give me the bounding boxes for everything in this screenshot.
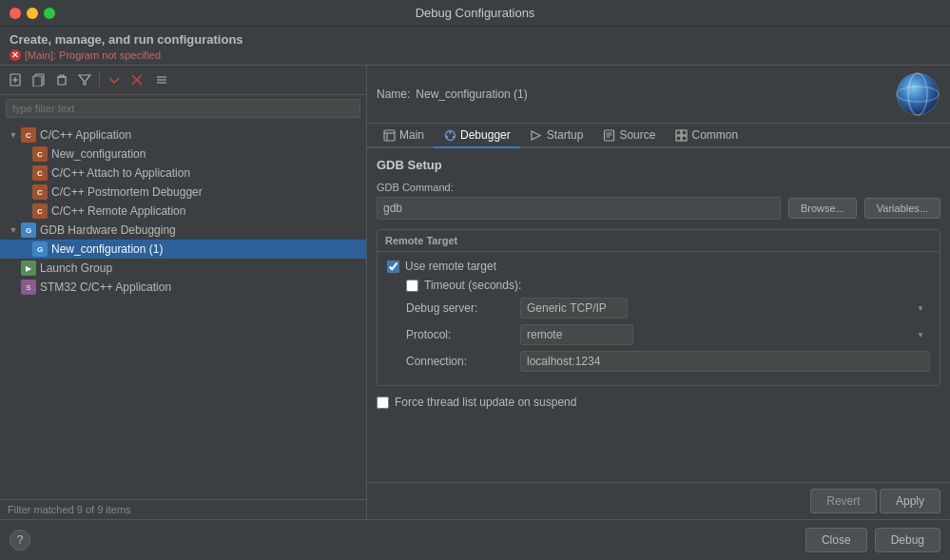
window-controls	[10, 8, 55, 19]
svg-point-21	[445, 135, 447, 137]
tab-common[interactable]: Common	[665, 124, 747, 148]
svg-rect-16	[384, 130, 395, 141]
name-label: Name:	[377, 87, 410, 101]
toolbar-separator	[99, 72, 100, 87]
tree-icon-stm: S	[21, 280, 36, 295]
header-bar: Create, manage, and run configurations ✕…	[0, 27, 950, 66]
timeout-label[interactable]: Timeout (seconds):	[424, 279, 521, 292]
gdb-command-group: GDB Command: Browse... Variables...	[377, 182, 940, 220]
config-content: GDB Setup GDB Command: Browse... Variabl…	[367, 148, 950, 482]
force-thread-label[interactable]: Force thread list update on suspend	[395, 396, 576, 409]
tab-source-label: Source	[619, 128, 655, 142]
minimize-window-button[interactable]	[27, 8, 38, 19]
tree-item-cpp-postmortem[interactable]: ▷ C C/C++ Postmortem Debugger	[0, 183, 366, 202]
main-tab-icon	[382, 128, 396, 142]
remote-target-header: Remote Target	[378, 230, 940, 252]
use-remote-label[interactable]: Use remote target	[405, 260, 496, 273]
svg-marker-6	[79, 75, 90, 85]
tree-icon-cpp: C	[21, 127, 36, 143]
tree-label-cpp-attach: C/C++ Attach to Application	[51, 166, 190, 180]
tab-main[interactable]: Main	[373, 124, 434, 148]
debug-button[interactable]: Debug	[875, 528, 940, 552]
tree-item-cpp-attach[interactable]: ▷ C C/C++ Attach to Application	[0, 164, 366, 183]
left-footer: Filter matched 9 of 9 items	[0, 499, 366, 519]
tree-label-cpp-app: C/C++ Application	[40, 128, 131, 142]
maximize-window-button[interactable]	[44, 8, 55, 19]
tree-item-gdb-hardware[interactable]: ▼ G GDB Hardware Debugging	[0, 221, 366, 240]
eclipse-logo	[895, 71, 940, 117]
close-window-button[interactable]	[10, 8, 21, 19]
protocol-label: Protocol:	[406, 328, 520, 341]
browse-button[interactable]: Browse...	[788, 198, 857, 219]
tree-icon-nc: C	[32, 146, 48, 162]
tree-label-launch-group: Launch Group	[40, 261, 112, 275]
menu-button[interactable]	[151, 69, 172, 90]
use-remote-checkbox[interactable]	[387, 261, 399, 273]
main-container: Create, manage, and run configurations ✕…	[0, 27, 950, 560]
tree-item-new-config[interactable]: ▷ C New_configuration	[0, 145, 366, 164]
duplicate-config-button[interactable]	[29, 69, 49, 90]
tree-label-gdb-hardware: GDB Hardware Debugging	[40, 223, 176, 237]
tree-container: ▼ C C/C++ Application ▷ C New_configurat…	[0, 122, 366, 499]
collapse-button[interactable]	[104, 69, 125, 90]
protocol-select[interactable]: remote extended-remote mi mi2	[520, 324, 633, 345]
timeout-checkbox[interactable]	[406, 280, 418, 292]
tree-label-cpp-remote: C/C++ Remote Application	[51, 204, 185, 218]
tree-label-new-config-1: New_configuration (1)	[51, 242, 163, 256]
tab-main-label: Main	[399, 128, 424, 142]
svg-rect-31	[682, 136, 687, 141]
tab-source[interactable]: Source	[592, 124, 665, 148]
header-title: Create, manage, and run configurations	[10, 32, 940, 47]
tree-label-cpp-postmortem: C/C++ Postmortem Debugger	[51, 185, 203, 199]
tab-startup-label: Startup	[547, 128, 584, 142]
tab-debugger-label: Debugger	[460, 128, 511, 142]
revert-button[interactable]: Revert	[810, 489, 876, 513]
filter-status: Filter matched 9 of 9 items	[8, 504, 131, 515]
tree-item-new-config-1[interactable]: ▷ G New_configuration (1)	[0, 240, 366, 259]
tree-label-stm32: STM32 C/C++ Application	[40, 280, 171, 294]
filter-input[interactable]	[6, 99, 360, 118]
error-text: [Main]: Program not specified	[25, 49, 161, 61]
bottom-right: Close Debug	[805, 528, 940, 552]
gdb-command-input[interactable]	[377, 197, 781, 220]
tab-debugger[interactable]: Debugger	[434, 124, 520, 148]
svg-marker-23	[532, 131, 540, 140]
new-config-button[interactable]	[6, 69, 27, 90]
timeout-row: Timeout (seconds):	[387, 279, 930, 292]
delete-config-button[interactable]	[51, 69, 72, 90]
remove-button[interactable]	[126, 69, 147, 90]
gdb-setup-title: GDB Setup	[377, 158, 940, 172]
apply-button[interactable]: Apply	[880, 489, 940, 513]
debug-server-select[interactable]: Generic TCP/IP OpenOCD J-Link PyOCD	[520, 298, 628, 319]
svg-rect-4	[33, 76, 42, 87]
config-name-value: New_configuration (1)	[416, 87, 527, 101]
tree-arrow-cpp: ▼	[8, 129, 19, 141]
debug-server-label: Debug server:	[406, 301, 520, 315]
help-button[interactable]: ?	[10, 530, 30, 550]
tree-item-stm32[interactable]: ▷ S STM32 C/C++ Application	[0, 278, 366, 297]
filter-button[interactable]	[74, 69, 95, 90]
tree-item-launch-group[interactable]: ▷ ▶ Launch Group	[0, 259, 366, 278]
tree-icon-cp: C	[32, 184, 48, 200]
variables-button[interactable]: Variables...	[864, 198, 940, 219]
svg-rect-30	[676, 136, 681, 141]
debug-server-row: Debug server: Generic TCP/IP OpenOCD J-L…	[387, 298, 930, 319]
debug-server-select-wrapper: Generic TCP/IP OpenOCD J-Link PyOCD	[520, 298, 930, 319]
tree-icon-lg: ▶	[21, 261, 36, 276]
content-row: ▼ C C/C++ Application ▷ C New_configurat…	[0, 66, 950, 519]
tree-item-cpp-application[interactable]: ▼ C C/C++ Application	[0, 126, 366, 145]
remote-target-section: Remote Target Use remote target Timeout …	[377, 229, 940, 386]
protocol-select-wrapper: remote extended-remote mi mi2	[520, 324, 930, 345]
svg-point-22	[452, 135, 454, 137]
tree-item-cpp-remote[interactable]: ▷ C C/C++ Remote Application	[0, 202, 366, 221]
protocol-row: Protocol: remote extended-remote mi mi2	[387, 324, 930, 345]
left-panel: ▼ C C/C++ Application ▷ C New_configurat…	[0, 66, 367, 519]
bottom-left: ?	[10, 530, 30, 550]
force-thread-checkbox[interactable]	[377, 396, 389, 409]
tree-label-new-config: New_configuration	[51, 147, 145, 161]
close-button[interactable]: Close	[805, 528, 867, 552]
tree-icon-ca: C	[32, 165, 48, 181]
tab-startup[interactable]: Startup	[520, 124, 593, 148]
svg-rect-29	[682, 130, 687, 135]
tree-icon-gdb: G	[21, 222, 36, 238]
